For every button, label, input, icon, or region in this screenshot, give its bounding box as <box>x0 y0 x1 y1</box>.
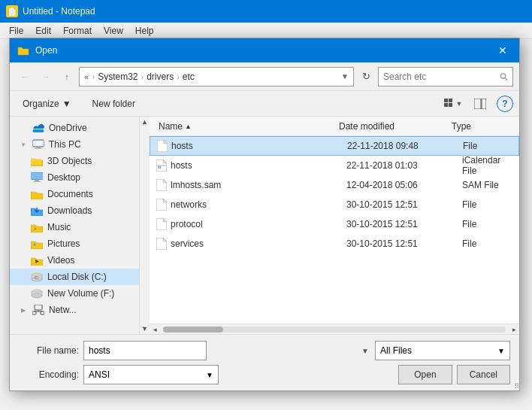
nav-expand-thispc: ▼ <box>19 140 28 149</box>
horizontal-scrollbar[interactable]: ◂ ▸ <box>150 323 519 334</box>
svg-point-0 <box>500 73 505 77</box>
h-scroll-left[interactable]: ◂ <box>150 324 160 335</box>
filename-label: File name: <box>19 345 79 356</box>
menu-format[interactable]: Format <box>57 26 98 36</box>
open-label: Open <box>414 369 436 380</box>
svg-line-1 <box>505 77 507 80</box>
breadcrumb-etc: etc <box>183 71 195 82</box>
nav-item-documents[interactable]: Documents <box>10 186 139 202</box>
nav-item-network[interactable]: ▶ Netw... <box>10 302 139 318</box>
breadcrumb-system32: System32 <box>98 71 138 82</box>
search-input[interactable] <box>383 71 497 82</box>
svg-rect-5 <box>449 103 452 107</box>
filetype-value: All Files <box>380 345 412 356</box>
nav-item-music[interactable]: ♪ Music <box>10 219 139 235</box>
col-header-date[interactable]: Date modified <box>336 121 449 132</box>
preview-icon <box>474 99 486 109</box>
svg-rect-16 <box>32 192 40 193</box>
new-folder-button[interactable]: New folder <box>84 96 144 111</box>
filename-input[interactable] <box>83 341 207 360</box>
menu-edit[interactable]: Edit <box>29 26 57 36</box>
nav-item-videos[interactable]: Videos <box>10 252 139 269</box>
nav-item-localdisk[interactable]: C: Local Disk (C:) <box>10 269 139 285</box>
breadcrumb-sep3: › <box>177 72 180 81</box>
file-name-services: services <box>171 238 343 249</box>
file-date-hosts-2: 22-11-2018 01:03 <box>346 160 459 171</box>
bottom-area: File name: ▼ All Files ▼ Encoding: <box>10 334 519 390</box>
file-row-networks[interactable]: networks 30-10-2015 12:51 File <box>150 195 519 214</box>
cancel-button[interactable]: Cancel <box>457 365 510 384</box>
filename-dropdown-arrow[interactable]: ▼ <box>361 347 369 355</box>
help-button[interactable]: ? <box>497 96 513 112</box>
nav-scroll-up[interactable]: ▲ <box>140 117 150 127</box>
back-button[interactable]: ← <box>16 68 34 86</box>
refresh-button[interactable]: ↻ <box>357 68 375 86</box>
breadcrumb-drivers: drivers <box>147 71 174 82</box>
svg-text:C:: C: <box>35 275 39 280</box>
nav-item-onedrive[interactable]: OneDrive <box>10 120 139 136</box>
svg-rect-2 <box>444 99 448 102</box>
close-button[interactable]: ✕ <box>494 41 512 59</box>
search-icon <box>500 72 508 81</box>
open-button[interactable]: Open <box>398 365 452 384</box>
toolbar-row: Organize ▼ New folder ▼ <box>10 91 519 117</box>
menu-view[interactable]: View <box>98 26 129 36</box>
pictures-label: Pictures <box>47 238 80 249</box>
nav-item-3dobjects[interactable]: 3D Objects <box>10 153 139 169</box>
file-icon-networks <box>156 199 168 211</box>
file-row-lmhosts[interactable]: lmhosts.sam 12-04-2018 05:06 SAM File <box>150 175 519 195</box>
forward-button[interactable]: → <box>37 68 55 86</box>
file-icon-hosts-2: 31 <box>156 159 168 172</box>
file-row-services[interactable]: services 30-10-2015 12:51 File <box>150 234 519 254</box>
documents-icon <box>31 188 43 200</box>
view-options-button[interactable]: ▼ <box>443 94 464 114</box>
organize-label: Organize <box>23 99 59 109</box>
menu-file[interactable]: File <box>3 26 29 36</box>
onedrive-label: OneDrive <box>49 123 87 133</box>
file-name-hosts-2: hosts <box>171 160 343 171</box>
preview-pane-button[interactable] <box>470 94 491 114</box>
nav-item-newvolume[interactable]: New Volume (F:) <box>10 285 139 302</box>
filetype-arrow: ▼ <box>497 347 505 355</box>
nav-scroll-down[interactable]: ▼ <box>140 323 150 334</box>
h-scroll-thumb[interactable] <box>163 326 223 333</box>
encoding-value: ANSI <box>89 369 110 380</box>
filetype-dropdown[interactable]: All Files ▼ <box>375 341 510 360</box>
open-cancel-group: Open Cancel <box>398 365 510 384</box>
address-bar[interactable]: « › System32 › drivers › etc ▼ <box>79 67 354 87</box>
folder-open-icon <box>17 44 29 56</box>
desktop-icon <box>31 172 43 184</box>
svg-rect-11 <box>35 148 42 149</box>
nav-item-thispc[interactable]: ▼ This PC <box>10 136 139 153</box>
localdisk-icon: C: <box>31 271 43 283</box>
file-row-hosts-2[interactable]: 31 hosts 22-11-2018 01:03 iCalendar File <box>150 156 519 175</box>
col-header-type[interactable]: Type <box>449 121 513 132</box>
search-box[interactable] <box>378 67 513 87</box>
encoding-dropdown[interactable]: ANSI ▼ <box>83 365 219 384</box>
nav-item-desktop[interactable]: Desktop <box>10 169 139 186</box>
up-button[interactable]: ↑ <box>58 68 76 86</box>
downloads-icon <box>31 205 43 217</box>
file-icon-services <box>156 238 168 250</box>
newvolume-label: New Volume (F:) <box>47 288 114 299</box>
svg-rect-29 <box>41 311 44 314</box>
notepad-menu: File Edit Format View Help <box>0 23 532 39</box>
notepad-icon: 📄 <box>6 5 18 17</box>
col-header-name[interactable]: Name ▲ <box>156 121 336 132</box>
nav-item-downloads[interactable]: Downloads <box>10 202 139 219</box>
file-row-hosts-1[interactable]: hosts 22-11-2018 09:48 File <box>150 136 519 156</box>
resize-grip[interactable]: ⠿ <box>510 381 519 390</box>
svg-rect-3 <box>449 99 452 102</box>
file-list: hosts 22-11-2018 09:48 File <box>150 136 519 323</box>
organize-button[interactable]: Organize ▼ <box>16 96 78 111</box>
address-dropdown-arrow[interactable]: ▼ <box>341 72 349 80</box>
svg-rect-13 <box>31 173 43 179</box>
h-scroll-right[interactable]: ▸ <box>509 324 519 335</box>
file-row-protocol[interactable]: protocol 30-10-2015 12:51 File <box>150 214 519 234</box>
nav-item-pictures[interactable]: Pictures <box>10 235 139 252</box>
music-label: Music <box>47 222 71 232</box>
menu-help[interactable]: Help <box>129 26 160 36</box>
col-date-label: Date modified <box>339 121 394 132</box>
open-dialog: Open ✕ ← → ↑ « › System32 › drivers › et… <box>9 38 520 391</box>
desktop-label: Desktop <box>47 172 80 183</box>
